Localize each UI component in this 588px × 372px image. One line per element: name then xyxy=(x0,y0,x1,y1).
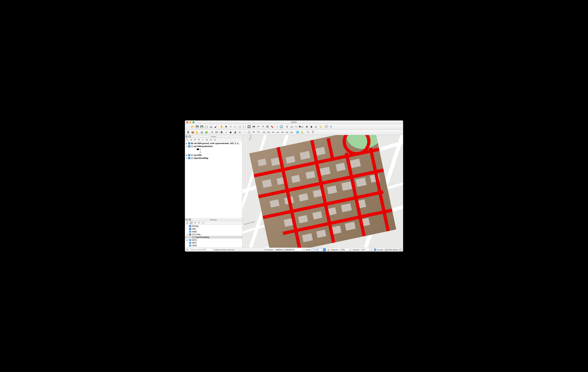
style-icon[interactable]: ✎ xyxy=(186,139,189,141)
refresh-icon[interactable]: 🔄 xyxy=(279,125,283,129)
save-as-icon[interactable]: 💾 xyxy=(200,125,204,129)
move-feature-icon[interactable]: ↔ xyxy=(224,130,228,134)
python-console-icon[interactable]: 🐍 xyxy=(300,130,304,134)
copy-features-icon[interactable]: 📄 xyxy=(242,130,247,134)
label-show-icon[interactable]: abc xyxy=(276,130,280,134)
filter-legend-icon[interactable]: ▼ xyxy=(198,139,200,141)
layer-visible-checkbox[interactable] xyxy=(188,145,190,147)
browser-item[interactable]: OpenStreetMap xyxy=(185,236,242,239)
new-virtual-layer-icon[interactable]: 🧩 xyxy=(204,130,209,134)
statistics-icon[interactable]: Σ xyxy=(314,125,318,129)
cut-features-icon[interactable]: ✂ xyxy=(238,130,242,134)
detach-panel-icon[interactable]: ▣ xyxy=(189,135,191,138)
label-icon[interactable]: abc xyxy=(262,130,266,134)
browser-item[interactable]: MSSQL xyxy=(185,225,242,227)
zoom-in-icon[interactable]: 🔍+ xyxy=(229,125,233,129)
label-change-icon[interactable]: abc xyxy=(267,130,271,134)
layer-row[interactable]: ▼val-1594-predictions xyxy=(185,145,242,148)
new-map-view-icon[interactable]: 🗔 xyxy=(265,125,270,129)
zoom-next-icon[interactable]: ↷ xyxy=(261,125,265,129)
zoom-last-icon[interactable]: ↶ xyxy=(256,125,260,129)
open-project-icon[interactable]: 📂 xyxy=(190,125,195,129)
label-rotate-icon[interactable]: abc xyxy=(285,130,289,134)
metasearch-icon[interactable]: 🌐 xyxy=(295,130,300,134)
render-checkbox[interactable] xyxy=(374,249,376,251)
add-group-icon[interactable]: ⊕ xyxy=(190,139,192,141)
remove-layer-icon[interactable]: ⊟ xyxy=(213,139,216,141)
add-feature-icon[interactable]: ➕ xyxy=(219,130,224,134)
layers-tree[interactable]: ▶val-1594-ground_truth spacenetroads_AOI… xyxy=(185,141,242,218)
redo-icon[interactable]: ↷ xyxy=(256,130,260,134)
new-shapefile-icon[interactable]: 📐 xyxy=(195,130,199,134)
pan-icon[interactable]: ✋ xyxy=(219,125,224,129)
expand-icon[interactable]: ▶ xyxy=(186,142,188,144)
select-by-value-icon[interactable]: 🔍▭ xyxy=(294,125,298,129)
expand-icon[interactable]: ▶ xyxy=(186,154,188,156)
browser-tree[interactable]: MSSQLDB2WMS▼XYZ TilesOpenStreetMap▶WCSWF… xyxy=(185,225,242,248)
new-bookmark-icon[interactable]: 🔖 xyxy=(270,125,274,129)
manage-visibility-icon[interactable]: 👁 xyxy=(194,139,196,141)
plugin-manage-icon[interactable]: 🔧 xyxy=(306,130,310,134)
map-tips-icon[interactable]: 💬 xyxy=(324,125,329,129)
close-panel-icon[interactable]: × xyxy=(185,219,188,221)
expand-icon[interactable]: ▼ xyxy=(186,146,188,147)
layer-row[interactable]: 1 xyxy=(185,148,242,151)
magnifier-stepper[interactable]: ▲▼ xyxy=(349,248,352,251)
browser-item[interactable]: WMS xyxy=(185,230,242,233)
filter-by-expression-icon[interactable]: ε xyxy=(202,139,204,141)
node-tool-icon[interactable]: ◆ xyxy=(229,130,233,134)
browser-item[interactable]: WFS xyxy=(185,241,242,244)
layer-row[interactable]: ▼OpenStreetMap xyxy=(185,157,242,160)
delete-selected-icon[interactable]: 🗑 xyxy=(233,130,237,134)
label-props-icon[interactable]: abc xyxy=(290,130,294,134)
new-geopackage-icon[interactable]: 📦 xyxy=(190,130,195,134)
label-pin-icon[interactable]: abc xyxy=(271,130,275,134)
map-canvas[interactable]: HassellLawry AvenueRevere StreetNew Hope… xyxy=(242,135,403,248)
toggle-editing-icon[interactable]: ✏ xyxy=(210,130,214,134)
browser-item[interactable]: DB2 xyxy=(185,227,242,230)
layout-manager-icon[interactable]: 🗂 xyxy=(209,125,213,129)
lock-scale-icon[interactable]: 🔒 xyxy=(327,249,330,251)
coord-toggle-icon[interactable]: ⌖ xyxy=(304,249,304,251)
filter-icon[interactable]: ▼ xyxy=(194,221,196,224)
browser-item[interactable]: OWS xyxy=(185,244,242,247)
identify-icon[interactable]: ℹ xyxy=(285,125,289,129)
expand-all-icon[interactable]: ⊞ xyxy=(206,139,208,141)
scale-dropdown-icon[interactable]: ▼ xyxy=(323,248,326,251)
label-move-icon[interactable]: abc xyxy=(280,130,285,134)
text-annotation-icon[interactable]: T xyxy=(329,125,333,129)
zoom-full-icon[interactable]: ⛶ xyxy=(242,125,247,129)
messages-icon[interactable]: 💬 xyxy=(399,248,402,251)
zoom-to-layer-icon[interactable]: 🗺 xyxy=(252,125,256,129)
select-features-icon[interactable]: ▭ xyxy=(290,125,294,129)
collapse-icon[interactable]: ⇱ xyxy=(198,221,200,224)
coord-input[interactable] xyxy=(274,248,302,251)
new-project-icon[interactable]: 📄 xyxy=(186,125,190,129)
open-attribute-table-icon[interactable]: ⊞ xyxy=(305,125,309,129)
add-layer-icon[interactable]: ⊕ xyxy=(186,221,189,224)
new-spatialite-icon[interactable]: 🗃 xyxy=(200,130,204,134)
undo-icon[interactable]: ↶ xyxy=(252,130,256,134)
layer-row[interactable]: ▶val-1594 xyxy=(185,154,242,157)
rotation-stepper[interactable]: ▲▼ xyxy=(370,248,373,251)
zoom-native-icon[interactable]: ⬚ xyxy=(238,125,242,129)
deselect-icon[interactable]: ✖▭ xyxy=(299,125,303,129)
collapse-all-icon[interactable]: ⊟ xyxy=(210,139,212,141)
expand-icon[interactable]: ▶ xyxy=(187,239,188,241)
help-icon[interactable]: ❓ xyxy=(311,130,315,134)
save-project-icon[interactable]: 💾 xyxy=(195,125,199,129)
style-manager-icon[interactable]: 🖌 xyxy=(213,125,218,129)
close-panel-icon[interactable]: × xyxy=(185,135,188,138)
layer-row[interactable]: 2 xyxy=(185,151,242,154)
measure-icon[interactable]: 📏 xyxy=(318,125,323,129)
layer-visible-checkbox[interactable] xyxy=(188,142,190,144)
zoom-to-selection-icon[interactable]: 🔲 xyxy=(247,125,251,129)
expand-icon[interactable]: ▼ xyxy=(187,233,188,235)
rotation-input[interactable] xyxy=(361,248,369,251)
new-print-layout-icon[interactable]: 📋 xyxy=(204,125,209,129)
scale-input[interactable]: 1:1,449 xyxy=(312,248,322,251)
save-edits-icon[interactable]: 💾✏ xyxy=(215,130,219,134)
refresh-icon[interactable]: 🔄 xyxy=(190,221,192,224)
properties-icon[interactable]: ℹ xyxy=(202,221,204,224)
locator-input[interactable] xyxy=(189,248,212,251)
